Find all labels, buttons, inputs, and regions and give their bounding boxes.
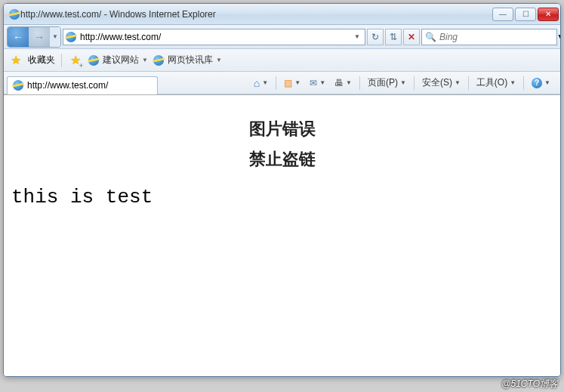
feeds-button[interactable]: ▧▼ (280, 75, 304, 91)
home-icon: ⌂ (254, 77, 260, 89)
rss-icon: ▧ (284, 78, 292, 88)
web-slice-link[interactable]: 网页快讯库 ▼ (153, 54, 222, 66)
home-button[interactable]: ⌂▼ (250, 75, 272, 91)
printer-icon: 🖶 (334, 78, 344, 88)
close-button[interactable]: ✕ (538, 8, 559, 21)
chevron-down-icon: ▼ (455, 79, 461, 86)
mail-icon: ✉ (310, 78, 317, 88)
chevron-down-icon: ▼ (510, 79, 516, 86)
safety-menu[interactable]: 安全(S)▼ (418, 75, 464, 91)
tab-active[interactable]: http://www.test.com/ (7, 76, 158, 94)
compat-button[interactable]: ⇅ (385, 29, 402, 45)
separator (523, 76, 524, 90)
favorites-button[interactable]: ★ (8, 53, 23, 68)
minimize-button[interactable]: — (492, 8, 513, 21)
maximize-button[interactable]: ☐ (515, 8, 536, 21)
url-input[interactable] (80, 32, 348, 42)
chevron-down-icon: ▼ (216, 57, 222, 63)
menu-label: 安全(S) (422, 76, 452, 89)
chevron-down-icon: ▼ (319, 79, 325, 86)
search-dropdown-icon[interactable]: ▼ (556, 32, 561, 42)
back-button[interactable]: ← (8, 27, 29, 47)
star-icon: ★ (70, 53, 81, 67)
separator (276, 76, 276, 90)
help-button[interactable]: ?▼ (528, 75, 554, 91)
fav-link-label: 建议网站 (103, 54, 139, 66)
menu-label: 工具(O) (476, 76, 507, 89)
navigation-bar: ← → ▼ ▼ ↻ ⇅ ✕ 🔍 ▼ (4, 25, 560, 49)
forward-button[interactable]: → (29, 27, 50, 47)
separator (359, 76, 360, 90)
favorites-label: 收藏夹 (28, 54, 55, 66)
body-text: this is test (11, 186, 553, 208)
page-content: 图片错误 禁止盗链 this is test (4, 94, 560, 376)
chevron-down-icon: ▼ (142, 57, 148, 63)
separator (468, 76, 469, 90)
tab-title: http://www.test.com/ (27, 80, 108, 91)
site-icon (153, 54, 165, 66)
site-icon (65, 31, 77, 43)
error-line-2: 禁止盗链 (11, 148, 553, 171)
suggested-sites-link[interactable]: 建议网站 ▼ (88, 54, 148, 66)
title-bar: http://www.test.com/ - Windows Internet … (4, 4, 560, 25)
nav-history-dropdown[interactable]: ▼ (50, 27, 60, 47)
browser-window: http://www.test.com/ - Windows Internet … (3, 3, 561, 377)
watermark: @51CTO博客 (501, 378, 558, 390)
address-dropdown-icon[interactable]: ▼ (351, 33, 363, 40)
tab-icon (12, 79, 24, 91)
tools-menu[interactable]: 工具(O)▼ (473, 75, 519, 91)
separator (414, 76, 415, 90)
chevron-down-icon: ▼ (346, 79, 352, 86)
error-line-1: 图片错误 (11, 118, 553, 140)
ie-logo-icon (8, 8, 20, 20)
window-title: http://www.test.com/ - Windows Internet … (20, 9, 492, 20)
stop-button[interactable]: ✕ (403, 29, 420, 45)
chevron-down-icon: ▼ (262, 79, 268, 86)
add-favorite-button[interactable]: ★ (68, 53, 83, 68)
print-button[interactable]: 🖶▼ (331, 75, 356, 91)
search-bar[interactable]: 🔍 ▼ (421, 29, 557, 45)
tab-command-bar: http://www.test.com/ ⌂▼ ▧▼ ✉▼ 🖶▼ 页面(P)▼ … (4, 72, 560, 94)
address-bar[interactable]: ▼ (63, 29, 365, 45)
page-menu[interactable]: 页面(P)▼ (364, 75, 410, 91)
search-icon: 🔍 (425, 32, 436, 42)
chevron-down-icon: ▼ (544, 79, 550, 86)
menu-label: 页面(P) (368, 76, 398, 89)
search-input[interactable] (439, 32, 553, 42)
separator (61, 54, 62, 67)
chevron-down-icon: ▼ (400, 79, 406, 86)
refresh-button[interactable]: ↻ (367, 29, 384, 45)
site-icon (88, 54, 100, 66)
mail-button[interactable]: ✉▼ (306, 75, 329, 91)
help-icon: ? (532, 78, 542, 88)
favorites-bar: ★ 收藏夹 ★ 建议网站 ▼ 网页快讯库 ▼ (4, 49, 560, 72)
chevron-down-icon: ▼ (294, 79, 300, 86)
star-icon: ★ (11, 53, 21, 67)
fav-link-label: 网页快讯库 (168, 54, 213, 66)
